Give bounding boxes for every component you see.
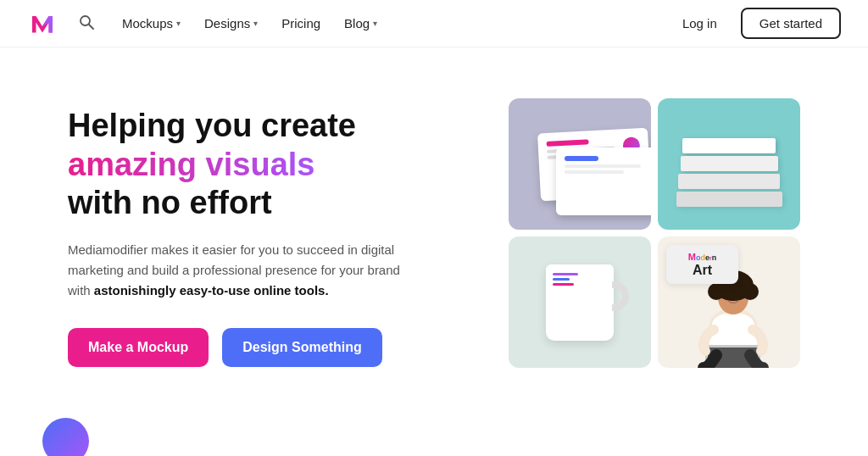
svg-point-8 xyxy=(739,276,753,290)
make-mockup-button[interactable]: Make a Mockup xyxy=(68,328,209,367)
nav-link-designs[interactable]: Designs ▾ xyxy=(194,9,268,37)
nav-links: Mockups ▾ Designs ▾ Pricing Blog ▾ xyxy=(112,9,669,37)
nav-link-blog[interactable]: Blog ▾ xyxy=(334,9,387,37)
nav-right: Log in Get started xyxy=(669,8,841,39)
login-button[interactable]: Log in xyxy=(669,9,731,37)
nav-link-pricing[interactable]: Pricing xyxy=(271,9,331,37)
hero-section: Helping you create amazing visuals with … xyxy=(0,47,868,456)
nav-link-mockups[interactable]: Mockups ▾ xyxy=(112,9,191,37)
bottom-circle-decoration xyxy=(42,418,89,456)
hero-headline: Helping you create amazing visuals with … xyxy=(68,107,475,223)
design-something-button[interactable]: Design Something xyxy=(222,328,381,367)
svg-line-1 xyxy=(89,25,93,29)
logo[interactable] xyxy=(27,8,58,39)
chevron-down-icon: ▾ xyxy=(176,19,181,28)
hero-buttons: Make a Mockup Design Something xyxy=(68,328,475,367)
hero-image-grid: Modern Art xyxy=(509,98,800,368)
svg-point-0 xyxy=(81,16,90,25)
mockup-mug-image xyxy=(509,236,651,368)
search-icon[interactable] xyxy=(78,14,95,34)
mockup-books-image xyxy=(658,98,800,230)
get-started-button[interactable]: Get started xyxy=(741,8,841,39)
chevron-down-icon: ▾ xyxy=(253,19,258,28)
mockup-person-image: Modern Art xyxy=(658,236,800,368)
hero-left: Helping you create amazing visuals with … xyxy=(68,98,475,367)
navbar: Mockups ▾ Designs ▾ Pricing Blog ▾ Log i… xyxy=(0,0,868,47)
hero-subtext: Mediamodifier makes it easier for you to… xyxy=(68,240,424,301)
chevron-down-icon: ▾ xyxy=(373,19,377,28)
mockup-business-card-image xyxy=(509,98,651,230)
